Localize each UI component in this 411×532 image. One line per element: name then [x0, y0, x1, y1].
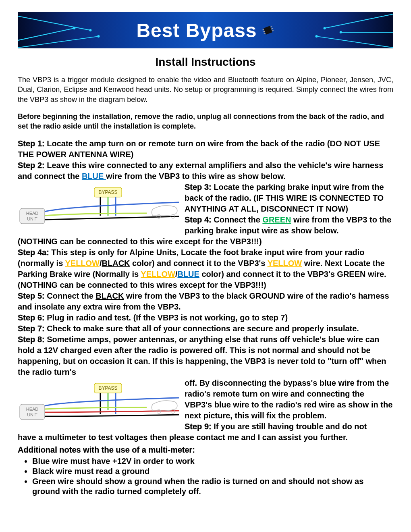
step-4-tail: (NOTHING can be connected to this wire e… — [18, 236, 393, 247]
step-label-6: Step 6: — [18, 313, 45, 322]
step-8: Step 8: Sometime amps, power antennas, o… — [18, 334, 393, 378]
diagram-bypass-label: BYPASS — [98, 189, 117, 195]
step-1-text: Locate the amp turn on or remote turn on… — [18, 139, 380, 159]
wire-black-2: BLACK — [95, 291, 124, 300]
svg-line-14 — [263, 31, 265, 32]
svg-point-3 — [73, 27, 75, 29]
step-5: Step 5: Connect the BLACK wire from the … — [18, 291, 393, 312]
step-label-4a: Step 4a: — [18, 248, 49, 257]
wire-green: GREEN — [262, 215, 291, 224]
svg-point-7 — [324, 27, 326, 29]
intro-warning: Before beginning the installation, remov… — [18, 112, 393, 131]
step-5a: Connect the — [45, 291, 96, 300]
svg-point-1 — [89, 29, 91, 31]
svg-line-18 — [272, 30, 273, 31]
note-2: Black wire must read a ground — [32, 466, 393, 476]
wire-black-1: BLACK — [102, 259, 130, 268]
wire-yellow-1: YELLOW — [65, 259, 100, 268]
step-label-2: Step 2: — [18, 161, 45, 170]
page-title: Install Instructions — [18, 56, 393, 69]
svg-line-17 — [271, 29, 273, 29]
svg-point-5 — [97, 35, 100, 37]
step-6-text: Plug in radio and test. (If the VBP3 is … — [45, 313, 288, 322]
step-label-8: Step 8: — [18, 335, 45, 344]
step-1: Step 1: Locate the amp turn on or remote… — [18, 138, 393, 160]
svg-line-0 — [18, 16, 90, 30]
step-4a-2: color) and connect it to the VBP3's — [130, 259, 268, 268]
step-9b: have a multimeter to test voltages then … — [18, 432, 393, 443]
diagram-head-unit-label: HEAD — [26, 211, 39, 216]
step-3-text: Locate the parking brake input wire from… — [185, 183, 384, 213]
step-7-text: Check to make sure that all of your conn… — [45, 324, 359, 333]
wire-blue-2: BLUE — [177, 270, 199, 278]
svg-text:HEAD: HEAD — [26, 407, 39, 411]
intro-paragraph: The VBP3 is a trigger module designed to… — [18, 75, 393, 104]
step-label-7: Step 7: — [18, 324, 45, 333]
step-label-1: Step 1: — [18, 139, 45, 148]
chip-icon — [259, 21, 277, 39]
banner-title: Best Bypass — [136, 19, 257, 42]
svg-point-11 — [316, 35, 318, 37]
svg-line-13 — [262, 29, 264, 30]
wiring-diagram-1: HEAD UNIT BYPASS — [18, 184, 179, 235]
svg-line-15 — [264, 33, 265, 34]
svg-text:UNIT: UNIT — [27, 412, 37, 417]
step-8a: Sometime amps, power antennas, or anythi… — [18, 335, 386, 376]
svg-line-2 — [18, 28, 74, 40]
document-page: Best Bypass Install Instructions The VBP… — [0, 0, 411, 509]
step-7: Step 7: Check to make sure that all of y… — [18, 323, 393, 334]
steps-block: Step 1: Locate the amp turn on or remote… — [18, 138, 393, 497]
wire-yellow-2: YELLOW — [268, 259, 302, 268]
step-4-pre: Connect the — [212, 215, 263, 224]
step-2: Step 2: Leave this wire connected to any… — [18, 160, 393, 182]
step-4a: Step 4a: This step is only for Alpine Un… — [18, 247, 393, 291]
svg-line-10 — [317, 36, 393, 48]
step-6: Step 6: Plug in radio and test. (If the … — [18, 312, 393, 323]
step-label-9: Step 9: — [185, 422, 212, 431]
step-label-5: Step 5: — [18, 291, 45, 300]
wire-blue: BLUE — [82, 172, 106, 181]
banner: Best Bypass — [18, 12, 393, 48]
step-2-text-b: wire from the VBP3 to this wire as show … — [106, 172, 286, 181]
notes-list: Blue wire must have +12V in order to wor… — [32, 456, 393, 497]
note-3: Green wire should show a ground when the… — [32, 476, 393, 497]
step-label-3: Step 3: — [185, 183, 212, 191]
wire-yellow-3: YELLOW — [141, 270, 175, 278]
note-1: Blue wire must have +12V in order to wor… — [32, 456, 393, 466]
svg-text:BYPASS: BYPASS — [98, 385, 117, 391]
svg-text:UNIT: UNIT — [27, 216, 37, 221]
svg-line-16 — [270, 27, 272, 27]
notes-header: Additional notes with the use of a multi… — [18, 445, 393, 455]
svg-point-9 — [340, 31, 342, 33]
step-label-4: Step 4: — [185, 215, 212, 224]
svg-line-6 — [325, 14, 393, 28]
wiring-diagram-2: HEAD UNIT BYPASS — [18, 380, 179, 431]
step-9a: If you are still having trouble and do n… — [212, 422, 367, 431]
